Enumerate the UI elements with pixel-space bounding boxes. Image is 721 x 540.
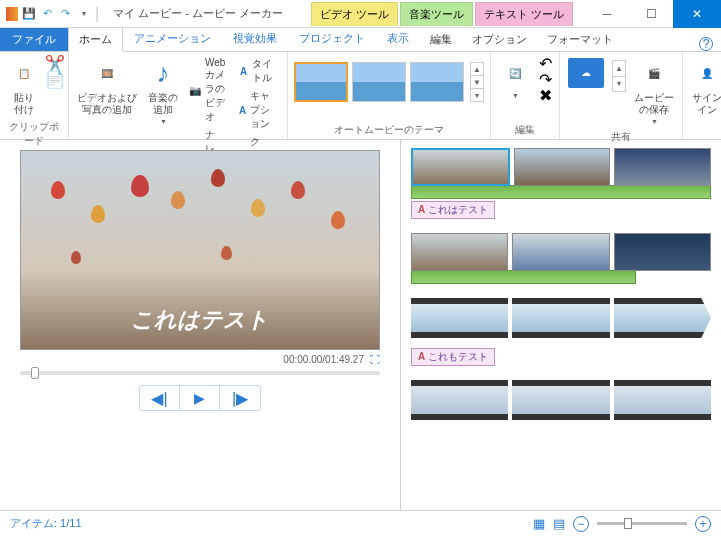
paste-label: 貼り 付け [14, 92, 34, 116]
delete-icon[interactable]: ✖ [539, 88, 553, 102]
title-bar: 💾 ↶ ↷ ▼ | マイ ムービー - ムービー メーカー ビデオ ツール 音楽… [0, 0, 721, 28]
add-video-photo-button[interactable]: 🎞️ ビデオおよび 写真の追加 [75, 56, 139, 118]
maximize-button[interactable]: ☐ [629, 0, 673, 28]
rotate-button[interactable]: 🔄▼ [497, 56, 533, 102]
zoom-out-button[interactable]: − [573, 516, 589, 532]
help-icon[interactable]: ? [699, 37, 713, 51]
animation-tab[interactable]: アニメーション [123, 26, 222, 51]
caption-button[interactable]: Aキャプション [237, 88, 281, 132]
gallery-down-icon[interactable]: ▼ [471, 76, 483, 89]
redo-icon[interactable]: ↷ [58, 7, 72, 21]
gallery-more-icon[interactable]: ▾ [471, 89, 483, 101]
edit-tab[interactable]: 編集 [420, 28, 462, 51]
webcam-button[interactable]: 📷Web カメラのビデオ [187, 56, 231, 125]
clip-3[interactable] [614, 148, 711, 186]
share-down-icon[interactable]: ▾ [613, 77, 625, 92]
title-button[interactable]: Aタイトル [237, 56, 281, 86]
storyboard-pane: A これはテスト A これもテスト [400, 140, 721, 510]
clip-2[interactable] [514, 148, 611, 186]
context-tab-text[interactable]: テキスト ツール [475, 2, 573, 26]
share-up-icon[interactable]: ▲ [613, 61, 625, 77]
clip-12[interactable] [614, 380, 711, 420]
close-button[interactable]: ✕ [673, 0, 721, 28]
signin-group: 👤 サインイン [683, 52, 721, 139]
view-tab[interactable]: 表示 [376, 26, 420, 51]
signin-button[interactable]: 👤 サインイン [689, 56, 721, 118]
theme-thumb-2[interactable] [352, 62, 406, 102]
storyboard-row-1: A これはテスト [411, 148, 711, 219]
onedrive-button[interactable]: ☁ [566, 56, 606, 90]
preview-frame[interactable]: これはテスト [20, 150, 380, 350]
save-icon[interactable]: 💾 [22, 7, 36, 21]
audio-track-1[interactable] [411, 185, 711, 199]
prev-frame-button[interactable]: ◀| [140, 386, 180, 410]
window-title: マイ ムービー - ムービー メーカー [113, 6, 283, 21]
clip-11[interactable] [512, 380, 609, 420]
workspace: これはテスト 00:00.00/01:49.27 ⛶ ◀| ▶ |▶ A これは… [0, 140, 721, 510]
clip-7[interactable] [411, 298, 508, 338]
paste-button[interactable]: 📋 貼り 付け [6, 56, 42, 118]
clip-6[interactable] [614, 233, 711, 271]
save-movie-button[interactable]: 🎬 ムービー の保存▼ [632, 56, 676, 128]
seek-bar[interactable] [20, 371, 380, 375]
rotate-left-icon[interactable]: ↶ [539, 56, 553, 70]
clip-1[interactable] [411, 148, 510, 186]
theme-gallery [294, 56, 464, 102]
rotate-right-icon[interactable]: ↷ [539, 72, 553, 86]
clip-4[interactable] [411, 233, 508, 271]
gallery-up-icon[interactable]: ▲ [471, 63, 483, 76]
save-movie-label: ムービー の保存 [634, 92, 674, 116]
clip-8[interactable] [512, 298, 609, 338]
ribbon: 📋 貼り 付け ✂️ 📄 クリップボード 🎞️ ビデオおよび 写真の追加 ♪ 音… [0, 52, 721, 140]
clip-9[interactable] [614, 298, 711, 338]
share-gallery-nav: ▲ ▾ [612, 60, 626, 92]
text-clip-1[interactable]: A これはテスト [411, 201, 495, 219]
time-display: 00:00.00/01:49.27 [283, 354, 364, 365]
options-tab[interactable]: オプション [462, 28, 537, 51]
add-video-photo-label: ビデオおよび 写真の追加 [77, 92, 137, 116]
view-mode-2-icon[interactable]: ▤ [553, 516, 565, 531]
qat-dropdown-icon[interactable]: ▼ [77, 7, 91, 21]
storyboard-row-4 [411, 380, 711, 420]
copy-icon[interactable]: 📄 [48, 72, 62, 86]
item-count: アイテム: 1/11 [10, 516, 82, 531]
window-controls: ─ ☐ ✕ [585, 0, 721, 28]
play-button[interactable]: ▶ [180, 386, 220, 410]
audio-track-2[interactable] [411, 270, 636, 284]
context-tab-video[interactable]: ビデオ ツール [311, 2, 398, 26]
visual-effects-tab[interactable]: 視覚効果 [222, 26, 288, 51]
theme-thumb-1[interactable] [294, 62, 348, 102]
cut-icon[interactable]: ✂️ [48, 56, 62, 70]
project-tab[interactable]: プロジェクト [288, 26, 376, 51]
add-music-label: 音楽の 追加 [148, 92, 178, 116]
zoom-thumb[interactable] [624, 518, 632, 529]
file-tab[interactable]: ファイル [0, 28, 68, 51]
undo-icon[interactable]: ↶ [40, 7, 54, 21]
text-clip-2[interactable]: A これもテスト [411, 348, 495, 366]
minimize-button[interactable]: ─ [585, 0, 629, 28]
context-tab-music[interactable]: 音楽ツール [400, 2, 473, 26]
video-photo-icon: 🎞️ [91, 58, 123, 90]
clip-5[interactable] [512, 233, 609, 271]
ribbon-tab-bar: ファイル ホーム アニメーション 視覚効果 プロジェクト 表示 編集 オプション… [0, 28, 721, 52]
theme-thumb-3[interactable] [410, 62, 464, 102]
add-group: 🎞️ ビデオおよび 写真の追加 ♪ 音楽の 追加▼ 📷Web カメラのビデオ 🎤… [69, 52, 288, 139]
edit-group-label: 編集 [497, 123, 553, 137]
format-tab[interactable]: フォーマット [537, 28, 623, 51]
music-icon: ♪ [147, 58, 179, 90]
fullscreen-icon[interactable]: ⛶ [370, 354, 380, 365]
storyboard-row-3: A これもテスト [411, 298, 711, 366]
caption-icon: A [239, 103, 246, 117]
zoom-in-button[interactable]: + [695, 516, 711, 532]
clip-10[interactable] [411, 380, 508, 420]
clipboard-group: 📋 貼り 付け ✂️ 📄 クリップボード [0, 52, 69, 139]
zoom-slider[interactable] [597, 522, 687, 525]
time-display-row: 00:00.00/01:49.27 ⛶ [20, 354, 380, 365]
home-tab[interactable]: ホーム [68, 27, 123, 52]
next-frame-button[interactable]: |▶ [220, 386, 260, 410]
storyboard-row-2 [411, 233, 711, 284]
seek-thumb[interactable] [31, 367, 39, 379]
view-mode-1-icon[interactable]: ▦ [533, 516, 545, 531]
signin-icon: 👤 [691, 58, 721, 90]
add-music-button[interactable]: ♪ 音楽の 追加▼ [145, 56, 181, 128]
